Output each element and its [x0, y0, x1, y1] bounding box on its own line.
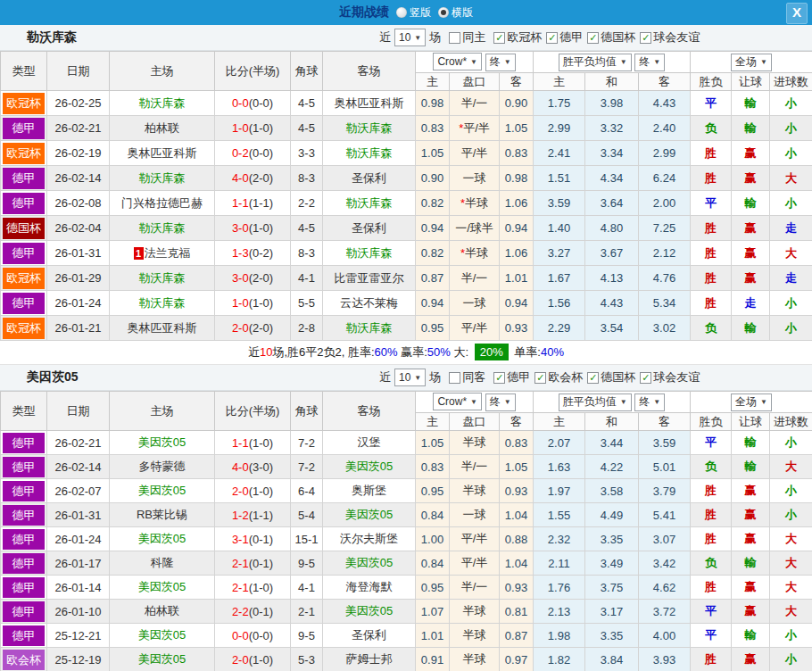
league-cell: 德甲 [1, 600, 47, 624]
avg-lose-cell: 2.99 [639, 141, 691, 166]
away-team[interactable]: 勒沃库森 [346, 321, 393, 335]
away-team[interactable]: 沃尔夫斯堡 [340, 532, 398, 545]
over-under-result: 大 [785, 532, 797, 545]
away-team[interactable]: 勒沃库森 [346, 121, 393, 135]
away-team[interactable]: 圣保利 [352, 221, 386, 235]
away-team[interactable]: 圣保利 [352, 171, 386, 185]
home-team[interactable]: 美因茨05 [138, 435, 186, 449]
league-filter-checkbox[interactable]: ✓欧会杯 [534, 369, 583, 385]
same-venue-checkbox[interactable]: 同客 [449, 369, 485, 385]
handicap-line: 半球 [463, 628, 486, 642]
league-filter-checkbox[interactable]: ✓德甲 [546, 29, 583, 46]
home-team[interactable]: 柏林联 [145, 121, 179, 135]
handicap-cell: 半球 [450, 431, 500, 455]
home-team[interactable]: 美因茨05 [138, 652, 186, 666]
league-filter-checkbox[interactable]: ✓欧冠杯 [493, 29, 542, 46]
away-team[interactable]: 汉堡 [358, 435, 381, 449]
close-button[interactable]: X [786, 3, 808, 24]
away-team[interactable]: 云达不莱梅 [340, 296, 398, 310]
away-odds-cell: 0.88 [500, 527, 534, 551]
bookmaker-select[interactable]: Crow*▼ [433, 393, 482, 410]
home-odds: 0.82 [421, 246, 443, 260]
league-filter-checkbox[interactable]: ✓球会友谊 [640, 29, 700, 46]
over-under-result: 小 [785, 296, 797, 310]
home-team[interactable]: RB莱比锡 [137, 508, 187, 521]
away-cell: 萨姆士邦 [323, 648, 416, 671]
away-team[interactable]: 比雷亚雷亚尔 [335, 271, 404, 285]
home-team[interactable]: 法兰克福 [145, 246, 191, 260]
home-odds-cell: 0.82 [416, 191, 450, 216]
away-cell: 美因茨05 [323, 600, 416, 624]
avg-win: 1.56 [548, 296, 570, 310]
odds-time-select[interactable]: 终▼ [485, 54, 516, 71]
fulltime-select[interactable]: 全场▼ [731, 54, 772, 71]
fulltime-select[interactable]: 全场▼ [731, 393, 772, 411]
away-team[interactable]: 海登海默 [346, 580, 393, 593]
home-team[interactable]: 奥林匹亚科斯 [128, 321, 197, 335]
home-team[interactable]: 勒沃库森 [139, 96, 186, 110]
avg-select[interactable]: 胜平负均值▼ [559, 393, 632, 411]
league-filter-checkbox[interactable]: ✓德甲 [493, 369, 530, 385]
home-team[interactable]: 勒沃库森 [139, 171, 186, 185]
match-row: 欧冠杯26-02-25勒沃库森0-0(0-0)4-5奥林匹亚科斯0.98半/一0… [1, 91, 812, 116]
away-odds-cell: 0.83 [500, 141, 534, 166]
score-cell: 2-0(1-0) [215, 648, 291, 671]
avg-win-cell: 1.55 [534, 503, 585, 527]
away-team[interactable]: 美因茨05 [345, 556, 393, 569]
league-filter-checkbox[interactable]: ✓球会友谊 [640, 369, 700, 385]
away-odds-cell: 1.05 [500, 116, 534, 141]
radio-vertical[interactable]: 竖版 [396, 5, 431, 21]
home-team[interactable]: 门兴格拉德巴赫 [121, 196, 203, 210]
home-team[interactable]: 美因茨05 [138, 484, 186, 497]
date-cell: 26-02-08 [47, 191, 110, 216]
away-team[interactable]: 圣保利 [352, 628, 386, 642]
away-team[interactable]: 萨姆士邦 [346, 652, 393, 666]
handicap-line: 半球 [463, 604, 486, 617]
avg-time-select[interactable]: 终▼ [634, 393, 665, 411]
match-result: 平 [705, 435, 717, 449]
home-team[interactable]: 科隆 [151, 556, 174, 569]
avg-win: 2.07 [548, 436, 570, 450]
same-venue-checkbox[interactable]: 同主 [449, 29, 485, 46]
away-team[interactable]: 勒沃库森 [346, 196, 393, 210]
league-badge: 德甲 [3, 118, 45, 139]
corner-cell: 15-1 [291, 527, 323, 551]
home-cell: 门兴格拉德巴赫 [110, 191, 215, 216]
home-team[interactable]: 奥林匹亚科斯 [128, 146, 197, 160]
home-team[interactable]: 勒沃库森 [139, 221, 186, 235]
league-filter-label: 德国杯 [601, 369, 635, 385]
away-team[interactable]: 美因茨05 [345, 604, 393, 617]
home-team[interactable]: 美因茨05 [138, 628, 186, 642]
corner-count: 2-2 [298, 196, 315, 210]
away-team[interactable]: 奥林匹亚科斯 [335, 96, 404, 110]
home-team[interactable]: 多特蒙德 [139, 460, 186, 473]
summary-text: 50% [427, 345, 451, 359]
home-team[interactable]: 美因茨05 [138, 580, 186, 593]
home-team[interactable]: 美因茨05 [138, 532, 186, 545]
score-cell: 1-1(1-0) [215, 431, 291, 455]
corner-cell: 8-3 [291, 166, 323, 191]
league-cell: 欧冠杯 [1, 316, 47, 341]
radio-horizontal[interactable]: 横版 [438, 5, 473, 21]
league-filter-checkbox[interactable]: ✓德国杯 [587, 369, 635, 385]
away-team[interactable]: 勒沃库森 [346, 146, 393, 160]
odds-time-select[interactable]: 终▼ [485, 393, 516, 411]
recent-count-select[interactable]: 10▼ [394, 369, 426, 386]
away-team[interactable]: 美因茨05 [345, 460, 393, 473]
avg-time-select[interactable]: 终▼ [634, 54, 665, 71]
away-team[interactable]: 美因茨05 [345, 508, 393, 521]
avg-win-cell: 2.13 [534, 600, 585, 624]
recent-count-select[interactable]: 10▼ [394, 29, 426, 46]
away-team[interactable]: 奥斯堡 [352, 484, 386, 497]
avg-group-header: 胜平负均值▼ 终▼ [534, 52, 691, 73]
avg-select[interactable]: 胜平负均值▼ [559, 54, 632, 71]
home-team[interactable]: 柏林联 [145, 604, 179, 617]
league-filter-checkbox[interactable]: ✓德国杯 [587, 29, 635, 46]
bookmaker-select[interactable]: Crow*▼ [433, 53, 482, 70]
home-odds: 1.05 [421, 146, 443, 160]
home-team[interactable]: 勒沃库森 [139, 296, 186, 310]
home-team[interactable]: 勒沃库森 [139, 271, 186, 285]
goals-cell: 小 [770, 503, 812, 527]
match-date: 26-01-17 [54, 557, 101, 570]
away-team[interactable]: 勒沃库森 [346, 246, 393, 260]
